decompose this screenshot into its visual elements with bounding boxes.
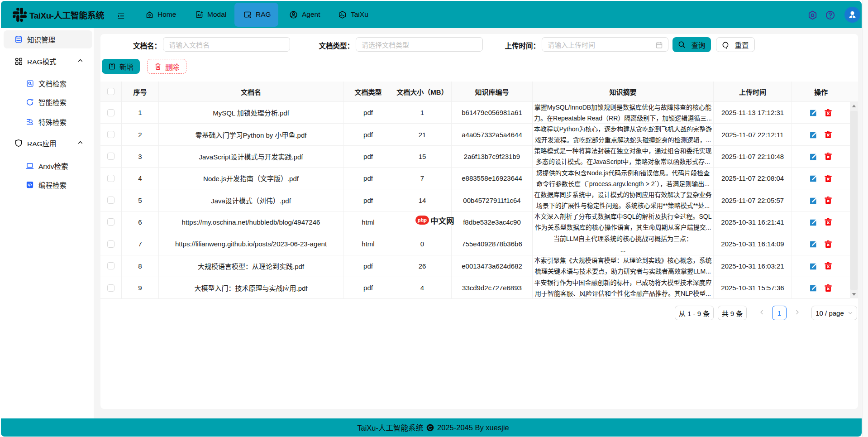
svg-text:AI: AI xyxy=(197,13,201,17)
